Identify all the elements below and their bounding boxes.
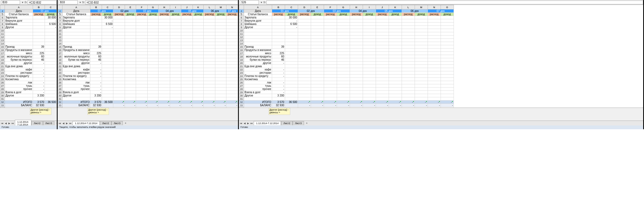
cell-K23[interactable] [193,71,204,75]
cell-H14[interactable] [158,42,170,45]
cell-D27[interactable] [113,84,125,88]
cell-A14[interactable] [5,42,33,45]
cell-C7[interactable]: - [285,19,298,22]
row-header-9[interactable]: 9 [58,26,62,29]
cell-O33[interactable]: - [441,104,454,107]
cell-I29[interactable] [170,91,181,94]
cell-K7[interactable] [389,19,402,22]
cell-F29[interactable] [136,91,147,94]
col-header-G[interactable]: G [337,5,350,9]
cell-C8[interactable]: 6 500 [45,22,57,26]
cell-C14[interactable] [45,42,57,45]
cell-M9[interactable] [215,26,226,29]
cell-I5[interactable]: доход [363,13,376,16]
cell-L29[interactable] [204,91,215,94]
cell-G24[interactable] [147,75,158,78]
row-header-28[interactable]: 28 [58,88,62,91]
cell-C34[interactable] [285,107,298,108]
cell-F33[interactable]: - [324,104,337,107]
cell-E15[interactable] [125,45,136,49]
cell-I21[interactable] [363,65,376,68]
cell-K10[interactable] [389,29,402,32]
cell-E10[interactable] [311,29,324,32]
formula-input[interactable] [266,1,643,4]
cell-D29[interactable] [113,91,125,94]
col-header-N[interactable]: N [428,5,441,9]
cell-K6[interactable] [193,16,204,19]
formula-input[interactable]: =C32-B32 [28,1,57,4]
cell-C9[interactable]: - [45,26,57,29]
cell-L17[interactable] [204,52,215,55]
cell-B33[interactable]: 32 930 [90,104,102,107]
cell-L12[interactable] [204,35,215,39]
row-header-8[interactable]: 8 [58,22,62,26]
cell-M30[interactable] [215,94,226,97]
cell-J24[interactable] [181,75,193,78]
cell-E26[interactable] [125,81,136,84]
cell-E5[interactable]: доход [311,13,324,16]
col-header-E[interactable]: E [311,5,324,9]
cell-L8[interactable] [402,22,415,26]
cell-G9[interactable] [147,26,158,29]
col-header-C[interactable]: C [285,5,298,9]
cell-F7[interactable] [136,19,147,22]
cell-J11[interactable] [181,32,193,35]
cell-M32[interactable]: ▾- [415,101,428,104]
cell-D15[interactable] [298,45,311,49]
col-header-L[interactable]: L [204,5,215,9]
cell-K24[interactable] [193,75,204,78]
cell-G32[interactable]: ▾- [337,101,350,104]
fx-icon[interactable]: fx [263,1,266,4]
cell-N22[interactable] [428,68,441,71]
cell-O24[interactable] [441,75,454,78]
cell-E13[interactable] [125,39,136,42]
cell-B29[interactable]: - [33,91,45,94]
cell-N27[interactable] [428,84,441,88]
cell-O22[interactable] [441,68,454,71]
row-header-18[interactable]: 18 [0,55,5,58]
cell-L34[interactable] [402,107,415,108]
cell-F10[interactable] [324,29,337,32]
row-header-31[interactable]: 31 [58,97,62,101]
name-dropdown-icon[interactable]: ▾ [79,1,81,4]
row-header-9[interactable]: 9 [0,26,5,29]
cell-A8[interactable]: Шабашка [244,22,272,26]
cell-J19[interactable] [376,58,389,62]
cell-J21[interactable] [181,65,193,68]
cell-L23[interactable] [402,71,415,75]
cell-A7[interactable]: Вернули долг [244,19,272,22]
row-header-27[interactable]: 27 [0,84,5,88]
col-header-A[interactable]: A [5,5,33,9]
cell-M31[interactable] [215,97,226,101]
cell-G9[interactable] [337,26,350,29]
cell-M10[interactable] [415,29,428,32]
cell-K25[interactable] [193,78,204,81]
cell-M33[interactable]: - [415,104,428,107]
cell-K16[interactable] [193,49,204,52]
cell-E16[interactable] [125,49,136,52]
cell-G6[interactable] [337,16,350,19]
cell-E19[interactable] [125,58,136,62]
cell-A17[interactable]: мясо [5,52,33,55]
row-header-32[interactable]: 32 [0,101,5,104]
cell-E5[interactable]: доход [125,13,136,16]
cell-K22[interactable] [193,68,204,71]
cell-N15[interactable] [226,45,238,49]
cell-N13[interactable] [226,39,238,42]
row-header-17[interactable]: 17 [58,52,62,55]
cell-G30[interactable] [147,94,158,97]
cell-N8[interactable] [226,22,238,26]
cell-E8[interactable] [125,22,136,26]
cell-M31[interactable] [415,97,428,101]
cell-I8[interactable] [170,22,181,26]
new-sheet-icon[interactable]: ✦ [54,122,58,125]
cell-H21[interactable] [350,65,363,68]
cell-E19[interactable] [311,58,324,62]
cell-D32[interactable]: ▾- [113,101,125,104]
cell-A26[interactable]: лак [62,81,90,84]
cell-H15[interactable] [158,45,170,49]
cell-L13[interactable] [402,39,415,42]
cell-I6[interactable] [363,16,376,19]
cell-A4[interactable]: Дата [62,9,90,13]
cell-E23[interactable] [311,71,324,75]
